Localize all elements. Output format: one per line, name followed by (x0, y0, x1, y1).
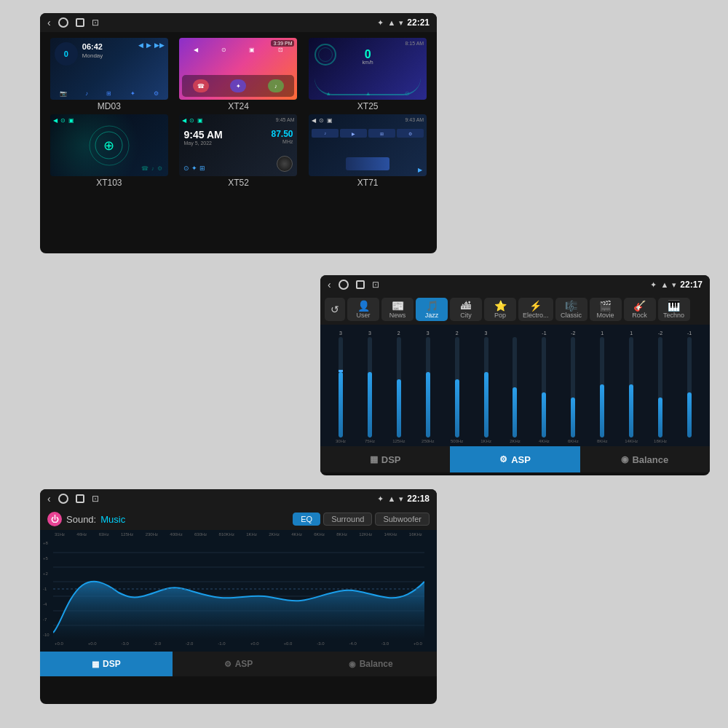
xt103-label: XT103 (96, 178, 122, 188)
xt71-app-grid: ♪ ▶ ⊞ ⚙ (312, 129, 424, 138)
sound-tab-asp-icon: ⚙ (224, 660, 232, 669)
city-preset-icon: 🏙 (461, 300, 471, 312)
panel3-recents-icon[interactable] (76, 494, 84, 503)
sound-tab-dsp[interactable]: ▦ DSP (40, 652, 173, 676)
city-preset-label: City (460, 312, 472, 319)
sound-tab-balance-label: Balance (360, 659, 393, 669)
panel2-time: 22:17 (680, 280, 703, 290)
eq-band-extra[interactable]: -1 (675, 331, 704, 438)
wifi-icon: ▾ (399, 18, 403, 28)
eq-band-30hz[interactable]: 3 (326, 331, 355, 438)
panel2-wifi-icon: ▾ (672, 280, 676, 290)
sound-tab-asp[interactable]: ⚙ ASP (173, 652, 305, 676)
eq-mode-btn[interactable]: EQ (293, 513, 320, 526)
sound-tab-balance[interactable]: ◉ Balance (304, 652, 437, 676)
dsp-tab-asp[interactable]: ⚙ ASP (450, 446, 579, 472)
surround-mode-btn[interactable]: Surround (323, 513, 372, 526)
eq-band-250hz[interactable]: 3 (414, 331, 443, 438)
preset-refresh-btn[interactable]: ↺ (325, 298, 345, 321)
panel3-status-right: ✦ ▲ ▾ 22:18 (377, 494, 430, 504)
eq-band-4khz[interactable]: -1 (529, 331, 558, 438)
panel3-home-icon[interactable] (58, 494, 68, 504)
theme-xt24[interactable]: 3:39 PM ◀ ⊙ ▣ ⊡ ☎ ✦ ♪ XT24 (175, 38, 302, 111)
eq-band-8khz[interactable]: 1 (587, 331, 617, 438)
xt52-disc (277, 156, 293, 172)
xt25-top-bar: 8:15 AM (405, 41, 424, 46)
xt71-car-icon (346, 157, 389, 170)
eq-band-75hz[interactable]: 3 (355, 331, 384, 438)
techno-preset-icon: 🎹 (668, 300, 680, 312)
movie-preset-label: Movie (597, 312, 614, 319)
theme-xt103[interactable]: ◀ ⊙ ▣ ⊕ ☎ ♪ ⚙ XT103 (46, 114, 173, 188)
xt52-date-small: May 5, 2022 (183, 141, 212, 146)
eq-band-125hz[interactable]: 2 (384, 331, 414, 438)
panel2-photo-icon: ⊡ (372, 280, 379, 290)
preset-pop-btn[interactable]: ⭐ Pop (484, 298, 516, 321)
sound-mode-buttons: EQ Surround Subwoofer (293, 513, 430, 526)
dsp-tab-asp-icon: ⚙ (499, 454, 507, 464)
preset-electro-btn[interactable]: ⚡ Electro... (518, 298, 553, 321)
preset-news-btn[interactable]: 📰 News (381, 298, 414, 321)
eq-band-1khz[interactable]: 3 (472, 331, 501, 438)
xt52-bottom-nav: ⊙ ✦ ⊞ (183, 165, 205, 172)
eq-band-500hz[interactable]: 2 (443, 331, 472, 438)
theme-xt52[interactable]: ◀ ⊙ ▣ 9:45 AM 9:45 AM May 5, 2022 87.50 … (175, 114, 302, 188)
dsp-tab-dsp[interactable]: ▦ DSP (320, 446, 450, 472)
recents-icon[interactable] (76, 18, 84, 27)
preset-techno-btn[interactable]: 🎹 Techno (658, 298, 690, 321)
classic-preset-label: Classic (561, 312, 582, 319)
eq-bottom-values: +0.0 +0.0 -3.0 -2.0 -2.0 -1.0 +0.0 +0.0 … (40, 640, 437, 652)
panel3-back-icon[interactable]: ‹ (47, 493, 51, 505)
theme-md03[interactable]: 0 06:42 Monday ◀ ▶ ▶▶ 📷 ♪ ⊞ ✦ ⚙ (46, 38, 173, 111)
user-preset-label: User (356, 312, 370, 319)
preset-classic-btn[interactable]: 🎼 Classic (555, 298, 587, 321)
xt71-top-nav: ◀ ⊙ ▣ (312, 117, 333, 124)
user-preset-icon: 👤 (357, 300, 370, 312)
home-icon[interactable] (58, 17, 68, 28)
md03-time-display: 06:42 (82, 42, 103, 51)
electro-preset-label: Electro... (523, 312, 549, 319)
news-preset-label: News (389, 312, 406, 319)
panel3-time: 22:18 (407, 494, 430, 504)
dsp-tab-dsp-label: DSP (381, 454, 401, 465)
sound-eq-panel: ‹ ⊡ ✦ ▲ ▾ 22:18 ⏻ Sound: Music EQ Surrou… (40, 489, 437, 704)
rock-preset-icon: 🎸 (633, 300, 646, 312)
photo-icon: ⊡ (92, 17, 99, 28)
panel2-home-icon[interactable] (339, 280, 349, 290)
sound-mode-value: Music (100, 514, 125, 525)
sound-tab-dsp-label: DSP (103, 659, 121, 669)
dsp-tab-balance-icon: ◉ (621, 454, 628, 464)
eq-band-18khz[interactable]: -2 (646, 331, 675, 438)
back-icon[interactable]: ‹ (47, 17, 51, 28)
xt25-gauge (314, 44, 336, 66)
theme-xt25[interactable]: 8:15 AM 0 km/h ▲ ▲ ⊙ XT25 (304, 38, 431, 111)
panel3-nav-icons: ‹ ⊡ (47, 493, 99, 505)
eq-presets-bar: ↺ 👤 User 📰 News 🎵 Jazz 🏙 City ⭐ Pop ⚡ El… (320, 294, 710, 325)
dsp-tab-balance[interactable]: ◉ Balance (580, 446, 710, 472)
theme-xt71[interactable]: ◀ ⊙ ▣ 9:43 AM ♪ ▶ ⊞ ⚙ ▶ XT71 (304, 114, 431, 188)
power-button[interactable]: ⏻ (47, 512, 62, 526)
xt52-radio-label: MHz (282, 139, 293, 144)
xt71-time: 9:43 AM (405, 117, 424, 122)
panel2-back-icon[interactable]: ‹ (328, 279, 331, 290)
panel2-recents-icon[interactable] (356, 280, 365, 289)
eq-band-2khz[interactable] (501, 331, 530, 438)
preset-movie-btn[interactable]: 🎬 Movie (590, 298, 622, 321)
panel1-time: 22:21 (407, 17, 430, 28)
xt25-nav-icons: ▲ ▲ ⊙ (309, 90, 427, 97)
theme-selector-panel: ‹ ⊡ ✦ ▲ ▾ 22:21 0 06:42 Monday ◀ ▶ (40, 13, 437, 253)
subwoofer-mode-btn[interactable]: Subwoofer (375, 513, 430, 526)
eq-band-6khz[interactable]: -2 (558, 331, 587, 438)
preset-rock-btn[interactable]: 🎸 Rock (624, 298, 656, 321)
pop-preset-label: Pop (494, 312, 506, 319)
sound-tab-dsp-icon: ▦ (92, 660, 99, 669)
sound-tab-asp-label: ASP (235, 659, 253, 669)
xt25-label: XT25 (357, 101, 379, 111)
xt24-label: XT24 (228, 101, 249, 111)
eq-band-14khz[interactable]: 1 (617, 331, 646, 438)
preset-user-btn[interactable]: 👤 User (347, 298, 379, 321)
xt25-unit: km/h (363, 60, 373, 65)
preset-jazz-btn[interactable]: 🎵 Jazz (416, 298, 448, 321)
preset-city-btn[interactable]: 🏙 City (450, 298, 482, 321)
sound-mode-left: ⏻ Sound: Music (47, 512, 125, 526)
